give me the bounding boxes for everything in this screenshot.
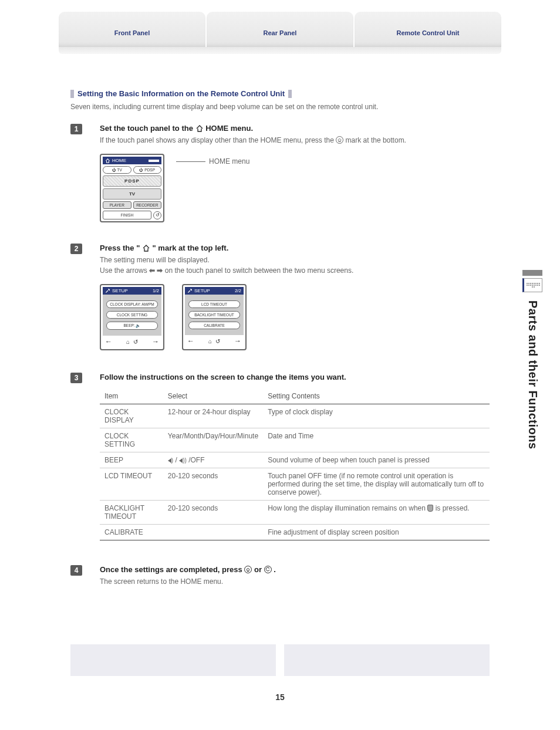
pdsp-power-button: ⏻ PDSP [133, 166, 162, 174]
home-menu-label: HOME menu [209, 157, 249, 165]
setup-item: CLOCK DISPLAY: AM/PM [106, 300, 158, 308]
side-section-title: Parts and their Functions [526, 300, 539, 450]
section-title: Setting the Basic Information on the Rem… [70, 89, 490, 98]
return-circle-icon [264, 566, 272, 573]
section-title-text: Setting the Basic Information on the Rem… [77, 89, 285, 98]
table-row: BEEP ) / )) /OFFSound volume of beep whe… [100, 452, 490, 468]
step-number: 2 [70, 244, 82, 254]
sound-wave-icon: )) [183, 457, 187, 464]
wrench-icon [187, 288, 193, 293]
home-icon [105, 158, 110, 163]
cell-select: 20-120 seconds [163, 501, 263, 525]
setup-item: LCD TIMEOUT [188, 300, 240, 308]
cell-item: BEEP [100, 452, 163, 468]
cell-contents: How long the display illumination remain… [263, 501, 490, 525]
cell-item: CALIBRATE [100, 525, 163, 540]
arrow-left-icon: ← [105, 337, 112, 346]
step-1-text: If the touch panel shows any display oth… [100, 135, 490, 146]
step-number: 3 [70, 373, 82, 383]
svg-point-0 [336, 137, 343, 144]
title-bar-left [70, 90, 74, 98]
setup-item: BEEP: 🔈 [106, 322, 158, 330]
footer-box [284, 644, 490, 676]
cell-select: 20-120 seconds [163, 468, 263, 501]
leader-line [176, 161, 205, 162]
step-2: 2 Press the " " mark at the top left. Th… [70, 244, 490, 362]
table-row: CLOCK DISPLAY12-hour or 24-hour displayT… [100, 404, 490, 428]
step-number: 4 [70, 565, 82, 576]
page-number: 15 [0, 692, 560, 702]
setup-item: BACKLIGHT TIMEOUT [188, 311, 240, 319]
table-row: CLOCK SETTINGYear/Month/Day/Hour/MinuteD… [100, 428, 490, 452]
arrow-right-icon: → [152, 337, 159, 346]
setup-screen-2: SETUP 2/2 LCD TIMEOUT BACKLIGHT TIMEOUT … [182, 284, 247, 350]
step-2-text-2: Use the arrows ⬅ ➡ on the touch panel to… [100, 265, 490, 276]
cell-select: Year/Month/Day/Hour/Minute [163, 428, 263, 452]
arrow-right-icon: ➡ [157, 266, 163, 275]
cell-item: CLOCK SETTING [100, 428, 163, 452]
home-menu-figure: HOME ⏻ TV ⏻ PDSP PDSP TV PLAYER RECORDER [100, 154, 164, 222]
step-4-text: The screen returns to the HOME menu. [100, 576, 490, 587]
recorder-button: RECORDER [133, 201, 162, 209]
cell-select: ) / )) /OFF [163, 452, 263, 468]
home-icon [195, 125, 204, 132]
step-3-title: Follow the instructions on the screen to… [100, 373, 490, 381]
side-marker [522, 270, 542, 276]
setup-item: CLOCK SETTING [106, 311, 158, 319]
arrow-left-icon: ⬅ [149, 266, 155, 275]
arrow-left-icon: ← [187, 337, 194, 345]
footer-placeholder [70, 644, 490, 676]
pdsp-button: PDSP [103, 175, 161, 187]
setup-screen-1: SETUP 1/2 CLOCK DISPLAY: AM/PM CLOCK SET… [100, 284, 164, 350]
section-intro: Seven items, including current time disp… [70, 103, 490, 111]
tab-remote-control[interactable]: Remote Control Unit [355, 12, 501, 47]
side-tab: Parts and their Functions [522, 270, 542, 450]
side-dots-icon [522, 278, 542, 292]
table-row: CALIBRATEFine adjustment of display scre… [100, 525, 490, 540]
wrench-icon [105, 288, 110, 293]
footer-box [70, 644, 276, 676]
cell-contents: Type of clock display [263, 404, 490, 428]
cell-item: CLOCK DISPLAY [100, 404, 163, 428]
light-icon [427, 505, 433, 512]
return-icon: ↺ [215, 338, 220, 344]
cell-item: LCD TIMEOUT [100, 468, 163, 501]
step-4: 4 Once the settings are completed, press… [70, 565, 490, 587]
arrow-right-icon: → [234, 337, 241, 345]
col-item: Item [100, 388, 163, 404]
player-button: PLAYER [103, 201, 131, 209]
home-circle-icon: ⌂ [208, 338, 212, 344]
svg-point-1 [245, 566, 252, 573]
svg-point-2 [264, 566, 271, 573]
return-icon: ↺ [133, 339, 138, 345]
cell-contents: Sound volume of beep when touch panel is… [263, 452, 490, 468]
step-2-title: Press the " " mark at the top left. [100, 244, 490, 252]
col-select: Select [163, 388, 263, 404]
cell-select: 12-hour or 24-hour display [163, 404, 263, 428]
tv-power-button: ⏻ TV [103, 166, 131, 174]
home-icon [142, 245, 150, 252]
home-circle-icon: ⌂ [126, 339, 130, 345]
step-3: 3 Follow the instructions on the screen … [70, 373, 490, 555]
step-1-title: Set the touch panel to the HOME menu. [100, 124, 490, 133]
step-1: 1 Set the touch panel to the HOME menu. … [70, 124, 490, 233]
setup-item: CALIBRATE [188, 322, 240, 329]
step-number: 1 [70, 124, 82, 134]
cell-contents: Date and Time [263, 428, 490, 452]
tab-bar: Front Panel Rear Panel Remote Control Un… [0, 0, 560, 47]
table-row: LCD TIMEOUT20-120 secondsTouch panel OFF… [100, 468, 490, 501]
tab-front-panel[interactable]: Front Panel [59, 12, 205, 47]
cell-contents: Fine adjustment of display screen positi… [263, 525, 490, 540]
step-2-text-1: The setting menu will be displayed. [100, 255, 490, 265]
table-row: BACKLIGHT TIMEOUT20-120 secondsHow long … [100, 501, 490, 525]
col-contents: Setting Contents [263, 388, 490, 404]
settings-table: Item Select Setting Contents CLOCK DISPL… [100, 388, 490, 540]
tab-underbar [59, 47, 501, 54]
return-icon: ↺ [153, 211, 161, 219]
finish-button: FINISH [103, 211, 151, 219]
tv-button: TV [103, 188, 161, 200]
tab-rear-panel[interactable]: Rear Panel [207, 12, 353, 47]
cell-contents: Touch panel OFF time (if no remote contr… [263, 468, 490, 501]
title-bar-right [288, 90, 292, 98]
home-circle-icon [244, 566, 252, 573]
